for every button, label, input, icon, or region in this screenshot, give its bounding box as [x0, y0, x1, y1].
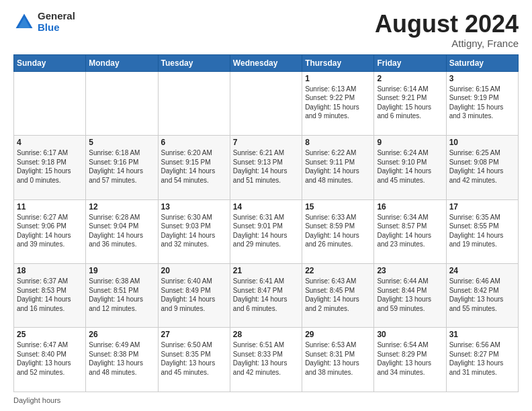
month-title: August 2024 [375, 11, 519, 38]
title-area: August 2024 Attigny, France [375, 11, 519, 49]
day-number: 13 [161, 202, 227, 212]
day-number: 30 [377, 330, 443, 339]
day-info: Sunrise: 6:21 AMSunset: 9:13 PMDaylight:… [233, 148, 299, 185]
page: General Blue August 2024 Attigny, France… [0, 0, 532, 411]
day-info: Sunrise: 6:40 AMSunset: 8:49 PMDaylight:… [161, 277, 227, 313]
footer: Daylight hours [13, 396, 519, 404]
logo-text: General Blue [38, 11, 75, 33]
day-number: 6 [161, 138, 227, 147]
day-number: 27 [161, 330, 227, 339]
daylight-hours-label: Daylight hours [13, 396, 60, 404]
day-number: 28 [233, 330, 299, 339]
calendar-cell: 30Sunrise: 6:54 AMSunset: 8:29 PMDayligh… [374, 328, 446, 392]
calendar-cell: 21Sunrise: 6:41 AMSunset: 8:47 PMDayligh… [230, 264, 302, 328]
day-info: Sunrise: 6:44 AMSunset: 8:44 PMDaylight:… [377, 277, 443, 313]
calendar-cell [86, 71, 158, 135]
calendar-header-saturday: Saturday [446, 54, 518, 71]
logo: General Blue [13, 11, 75, 33]
calendar-cell [230, 71, 302, 135]
header: General Blue August 2024 Attigny, France [13, 11, 519, 49]
day-info: Sunrise: 6:20 AMSunset: 9:15 PMDaylight:… [161, 148, 227, 185]
day-number: 2 [377, 74, 443, 83]
day-info: Sunrise: 6:51 AMSunset: 8:33 PMDaylight:… [233, 340, 299, 377]
day-info: Sunrise: 6:30 AMSunset: 9:03 PMDaylight:… [161, 213, 227, 249]
calendar-cell [14, 71, 86, 135]
logo-general: General [38, 11, 75, 22]
calendar-cell: 20Sunrise: 6:40 AMSunset: 8:49 PMDayligh… [158, 264, 230, 328]
calendar-cell [158, 71, 230, 135]
calendar-header-row: SundayMondayTuesdayWednesdayThursdayFrid… [14, 54, 519, 71]
calendar-cell: 18Sunrise: 6:37 AMSunset: 8:53 PMDayligh… [14, 264, 86, 328]
day-info: Sunrise: 6:27 AMSunset: 9:06 PMDaylight:… [17, 213, 83, 249]
day-info: Sunrise: 6:54 AMSunset: 8:29 PMDaylight:… [377, 340, 443, 377]
calendar-cell: 16Sunrise: 6:34 AMSunset: 8:57 PMDayligh… [374, 199, 446, 263]
day-number: 16 [377, 202, 443, 212]
day-info: Sunrise: 6:17 AMSunset: 9:18 PMDaylight:… [17, 148, 83, 185]
day-info: Sunrise: 6:43 AMSunset: 8:45 PMDaylight:… [305, 277, 371, 313]
day-info: Sunrise: 6:13 AMSunset: 9:22 PMDaylight:… [305, 85, 371, 121]
calendar-header-friday: Friday [374, 54, 446, 71]
calendar-cell: 14Sunrise: 6:31 AMSunset: 9:01 PMDayligh… [230, 199, 302, 263]
day-info: Sunrise: 6:50 AMSunset: 8:35 PMDaylight:… [161, 340, 227, 377]
calendar-cell: 5Sunrise: 6:18 AMSunset: 9:16 PMDaylight… [86, 136, 158, 199]
day-info: Sunrise: 6:34 AMSunset: 8:57 PMDaylight:… [377, 213, 443, 249]
day-number: 29 [305, 330, 371, 339]
calendar-cell: 17Sunrise: 6:35 AMSunset: 8:55 PMDayligh… [446, 199, 518, 263]
logo-icon [13, 11, 35, 33]
day-info: Sunrise: 6:22 AMSunset: 9:11 PMDaylight:… [305, 148, 371, 185]
calendar-cell: 6Sunrise: 6:20 AMSunset: 9:15 PMDaylight… [158, 136, 230, 199]
calendar-cell: 3Sunrise: 6:15 AMSunset: 9:19 PMDaylight… [446, 71, 518, 135]
day-info: Sunrise: 6:28 AMSunset: 9:04 PMDaylight:… [89, 213, 154, 249]
calendar-cell: 24Sunrise: 6:46 AMSunset: 8:42 PMDayligh… [446, 264, 518, 328]
day-info: Sunrise: 6:18 AMSunset: 9:16 PMDaylight:… [89, 148, 154, 185]
day-number: 23 [377, 266, 443, 275]
day-number: 20 [161, 266, 227, 275]
calendar-week-0: 1Sunrise: 6:13 AMSunset: 9:22 PMDaylight… [14, 71, 519, 135]
day-info: Sunrise: 6:56 AMSunset: 8:27 PMDaylight:… [449, 340, 515, 377]
subtitle: Attigny, France [375, 38, 519, 49]
day-number: 15 [305, 202, 371, 212]
calendar-header-wednesday: Wednesday [230, 54, 302, 71]
day-number: 10 [449, 138, 515, 147]
day-number: 1 [305, 74, 371, 83]
calendar-cell: 23Sunrise: 6:44 AMSunset: 8:44 PMDayligh… [374, 264, 446, 328]
day-number: 19 [89, 266, 154, 275]
day-number: 17 [449, 202, 515, 212]
day-info: Sunrise: 6:14 AMSunset: 9:21 PMDaylight:… [377, 85, 443, 121]
day-info: Sunrise: 6:31 AMSunset: 9:01 PMDaylight:… [233, 213, 299, 249]
calendar-cell: 10Sunrise: 6:25 AMSunset: 9:08 PMDayligh… [446, 136, 518, 199]
day-info: Sunrise: 6:35 AMSunset: 8:55 PMDaylight:… [449, 213, 515, 249]
day-number: 21 [233, 266, 299, 275]
calendar-header-monday: Monday [86, 54, 158, 71]
calendar-cell: 26Sunrise: 6:49 AMSunset: 8:38 PMDayligh… [86, 328, 158, 392]
calendar-cell: 31Sunrise: 6:56 AMSunset: 8:27 PMDayligh… [446, 328, 518, 392]
calendar-header-sunday: Sunday [14, 54, 86, 71]
calendar-cell: 13Sunrise: 6:30 AMSunset: 9:03 PMDayligh… [158, 199, 230, 263]
day-number: 8 [305, 138, 371, 147]
calendar-week-2: 11Sunrise: 6:27 AMSunset: 9:06 PMDayligh… [14, 199, 519, 263]
day-info: Sunrise: 6:49 AMSunset: 8:38 PMDaylight:… [89, 340, 154, 377]
day-info: Sunrise: 6:33 AMSunset: 8:59 PMDaylight:… [305, 213, 371, 249]
day-number: 3 [449, 74, 515, 83]
calendar-cell: 7Sunrise: 6:21 AMSunset: 9:13 PMDaylight… [230, 136, 302, 199]
day-number: 18 [17, 266, 83, 275]
calendar-week-3: 18Sunrise: 6:37 AMSunset: 8:53 PMDayligh… [14, 264, 519, 328]
calendar-cell: 2Sunrise: 6:14 AMSunset: 9:21 PMDaylight… [374, 71, 446, 135]
calendar-week-1: 4Sunrise: 6:17 AMSunset: 9:18 PMDaylight… [14, 136, 519, 199]
day-info: Sunrise: 6:24 AMSunset: 9:10 PMDaylight:… [377, 148, 443, 185]
calendar-cell: 28Sunrise: 6:51 AMSunset: 8:33 PMDayligh… [230, 328, 302, 392]
calendar-cell: 27Sunrise: 6:50 AMSunset: 8:35 PMDayligh… [158, 328, 230, 392]
day-info: Sunrise: 6:46 AMSunset: 8:42 PMDaylight:… [449, 277, 515, 313]
day-number: 7 [233, 138, 299, 147]
calendar-cell: 29Sunrise: 6:53 AMSunset: 8:31 PMDayligh… [302, 328, 374, 392]
calendar-table: SundayMondayTuesdayWednesdayThursdayFrid… [13, 54, 519, 392]
calendar-cell: 15Sunrise: 6:33 AMSunset: 8:59 PMDayligh… [302, 199, 374, 263]
day-info: Sunrise: 6:25 AMSunset: 9:08 PMDaylight:… [449, 148, 515, 185]
day-number: 26 [89, 330, 154, 339]
calendar-cell: 19Sunrise: 6:38 AMSunset: 8:51 PMDayligh… [86, 264, 158, 328]
day-number: 9 [377, 138, 443, 147]
day-number: 22 [305, 266, 371, 275]
day-number: 24 [449, 266, 515, 275]
calendar-header-thursday: Thursday [302, 54, 374, 71]
day-number: 12 [89, 202, 154, 212]
